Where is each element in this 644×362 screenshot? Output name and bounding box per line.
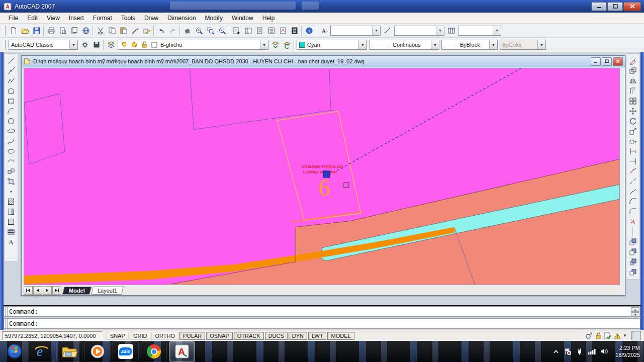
erase-button[interactable] xyxy=(627,56,638,66)
toggle-dyn[interactable]: DYN xyxy=(289,332,307,340)
draworder-bring-above-button[interactable] xyxy=(627,257,638,267)
close-button[interactable] xyxy=(623,2,641,11)
lock-icon[interactable] xyxy=(140,41,148,49)
paste-button[interactable] xyxy=(118,25,129,36)
hatch-button[interactable] xyxy=(6,197,17,207)
workspace-save-button[interactable] xyxy=(90,39,102,51)
table-button[interactable] xyxy=(6,227,17,237)
offset-button[interactable] xyxy=(627,86,638,96)
multiline-text-button[interactable]: A xyxy=(6,237,17,247)
plot-button[interactable] xyxy=(45,25,57,36)
join-button[interactable] xyxy=(627,187,638,197)
tab-first-button[interactable] xyxy=(24,286,33,295)
drawing-canvas[interactable]: VŨ ĐĂNG THÔNG-CQ LƯƠNG THỊ VINH 6 xyxy=(24,68,620,285)
designcenter-button[interactable] xyxy=(242,25,254,36)
child-close-button[interactable] xyxy=(613,57,623,66)
fillet-button[interactable] xyxy=(627,207,638,217)
block-editor-button[interactable] xyxy=(141,25,152,36)
taskbar-chrome[interactable] xyxy=(141,341,167,361)
rectangle-button[interactable] xyxy=(6,96,17,106)
tab-last-button[interactable] xyxy=(52,286,61,295)
match-properties-button[interactable] xyxy=(129,25,141,36)
chevron-down-icon[interactable]: ▼ xyxy=(260,40,268,49)
menu-modify[interactable]: Modify xyxy=(201,13,227,23)
table-style-select[interactable]: ▼ xyxy=(458,26,501,36)
taskbar-start[interactable] xyxy=(3,342,26,361)
color-select[interactable]: Cyan▼ xyxy=(297,40,367,50)
toggle-grid[interactable]: GRID xyxy=(130,332,151,340)
construction-line-button[interactable] xyxy=(6,66,17,76)
freeze-sun-icon[interactable] xyxy=(130,41,138,49)
standards-check-icon[interactable] xyxy=(604,332,612,340)
explode-button[interactable] xyxy=(627,217,638,227)
clean-screen-button[interactable] xyxy=(631,331,641,340)
taskbar-clock[interactable]: 2:23 PM 18/9/2025 xyxy=(615,344,640,358)
revision-cloud-button[interactable] xyxy=(6,126,17,136)
chevron-down-icon[interactable]: ▼ xyxy=(493,26,501,35)
selection-grip[interactable] xyxy=(323,171,330,177)
polygon-button[interactable] xyxy=(6,86,17,96)
zoom-realtime-button[interactable] xyxy=(193,25,205,36)
sheetset-manager-button[interactable] xyxy=(265,25,277,36)
stretch-button[interactable] xyxy=(627,136,638,146)
taskbar-file-explorer[interactable] xyxy=(56,341,82,361)
chevron-down-icon[interactable]: ▼ xyxy=(489,40,497,49)
trim-button[interactable] xyxy=(627,146,638,156)
command-grip[interactable] xyxy=(5,319,8,328)
help-button[interactable]: ? xyxy=(303,25,315,36)
command-scrollbar[interactable]: ▲▼ xyxy=(631,307,639,316)
linetype-select[interactable]: Continuous▼ xyxy=(369,40,439,50)
draworder-send-under-button[interactable] xyxy=(627,267,638,277)
zoom-previous-button[interactable] xyxy=(216,25,228,36)
spline-button[interactable] xyxy=(6,136,17,146)
tab-prev-button[interactable] xyxy=(33,286,42,295)
child-minimize-button[interactable] xyxy=(591,57,601,66)
taskbar-autocad[interactable]: A xyxy=(169,341,195,361)
owner-label-line1[interactable]: VŨ ĐĂNG THÔNG-CQ xyxy=(302,164,343,169)
menu-window[interactable]: Window xyxy=(227,13,258,23)
redo-button[interactable] xyxy=(167,25,178,36)
tab-model[interactable]: Model xyxy=(62,287,91,295)
break-at-point-button[interactable] xyxy=(627,166,638,176)
menu-edit[interactable]: Edit xyxy=(23,13,42,23)
tab-layout1[interactable]: Layout1 xyxy=(91,287,124,295)
ellipse-button[interactable] xyxy=(6,146,17,156)
zoom-window-button[interactable] xyxy=(205,25,216,36)
power-icon[interactable] xyxy=(576,347,583,355)
toggle-ortho[interactable]: ORTHO xyxy=(151,332,178,340)
toggle-osnap[interactable]: OSNAP xyxy=(206,332,233,340)
point-button[interactable] xyxy=(6,187,17,197)
lightbulb-icon[interactable] xyxy=(120,41,128,49)
make-block-button[interactable] xyxy=(6,176,17,187)
menu-view[interactable]: View xyxy=(42,13,64,23)
toggle-snap[interactable]: SNAP xyxy=(107,332,129,340)
rotate-button[interactable] xyxy=(627,116,638,126)
ellipse-arc-button[interactable] xyxy=(6,156,17,166)
layer-previous-button[interactable] xyxy=(281,39,293,51)
layer-color-swatch[interactable] xyxy=(150,41,158,49)
mirror-button[interactable] xyxy=(627,76,638,86)
toggle-polar[interactable]: POLAR xyxy=(179,332,205,340)
workspace-select[interactable]: AutoCAD Classic▼ xyxy=(9,40,78,50)
scale-button[interactable] xyxy=(627,126,638,136)
markup-set-manager-button[interactable] xyxy=(277,25,289,36)
taskbar-media-player[interactable] xyxy=(84,341,111,361)
copy-clip-button[interactable] xyxy=(106,25,118,36)
text-style-select[interactable]: ▼ xyxy=(330,26,381,36)
communication-center-icon[interactable] xyxy=(585,332,593,340)
toggle-model[interactable]: MODEL xyxy=(327,332,354,340)
lineweight-select[interactable]: ByBlock▼ xyxy=(441,40,498,50)
action-center-icon[interactable] xyxy=(564,347,572,355)
region-button[interactable] xyxy=(6,217,17,227)
menu-dimension[interactable]: Dimension xyxy=(163,13,201,23)
workspace-settings-button[interactable] xyxy=(79,39,90,51)
chevron-down-icon[interactable]: ▼ xyxy=(372,26,380,35)
cut-button[interactable] xyxy=(95,25,106,36)
tray-caret-icon[interactable]: ▼ xyxy=(623,333,627,338)
polyline-button[interactable] xyxy=(6,76,17,86)
quickcalc-button[interactable] xyxy=(289,25,300,36)
coordinates-readout[interactable]: 597972.2352, 1209054.9407, 0.0000 xyxy=(2,331,102,340)
minimize-button[interactable] xyxy=(591,2,607,11)
command-history[interactable]: Command: ▲▼ xyxy=(4,306,640,317)
save-button[interactable] xyxy=(31,25,42,36)
